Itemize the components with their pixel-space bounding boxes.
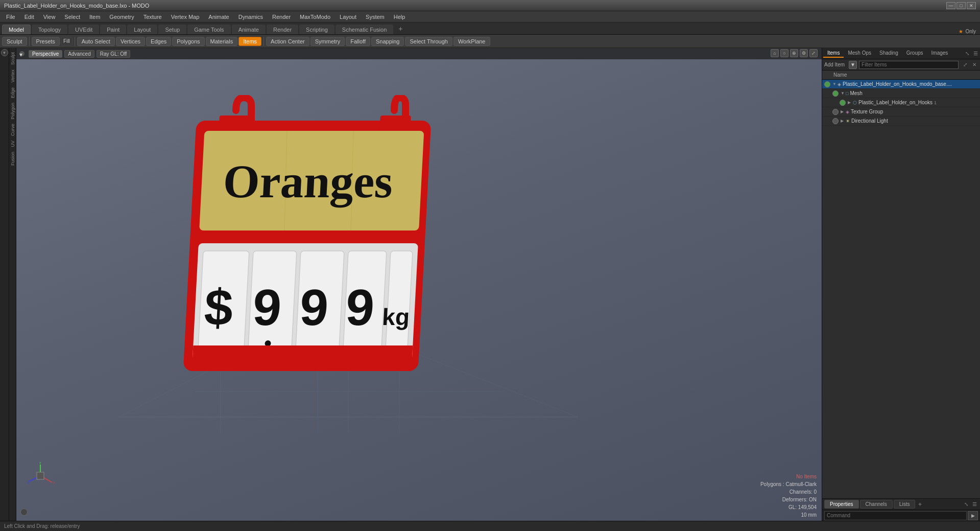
panel-options-btn[interactable]: ☰ <box>972 50 979 57</box>
bottom-panel-expand-btn[interactable]: ⤡ <box>963 501 970 508</box>
menu-item-system[interactable]: System <box>362 13 389 21</box>
vertices-button[interactable]: Vertices <box>116 37 145 46</box>
work-plane-button[interactable]: WorkPlane <box>453 37 490 46</box>
tab-paint[interactable]: Paint <box>100 25 126 34</box>
home-button[interactable]: ⌂ <box>771 49 779 57</box>
tab-schematic-fusion[interactable]: Schematic Fusion <box>336 25 393 34</box>
expand-icon-holder[interactable]: ▶ <box>848 100 853 105</box>
title-bar-controls[interactable]: — □ ✕ <box>946 2 976 9</box>
minimize-button[interactable]: — <box>946 2 955 9</box>
viewport-canvas[interactable]: Oranges $ 9 <box>16 59 822 521</box>
left-panel-vertex[interactable]: Vertex <box>9 67 16 85</box>
filter-items-input[interactable] <box>859 61 959 69</box>
left-panel-fusion[interactable]: Fusion <box>9 150 16 168</box>
tree-item-light[interactable]: ▶ ☀ Directional Light <box>822 117 980 126</box>
tab-mesh-ops[interactable]: Mesh Ops <box>844 49 875 58</box>
menu-item-animate[interactable]: Animate <box>204 13 233 21</box>
menu-item-item[interactable]: Item <box>85 13 104 21</box>
snapping-button[interactable]: Snapping <box>371 37 404 46</box>
visibility-toggle-root[interactable] <box>824 81 830 87</box>
panel-close-btn[interactable]: ✕ <box>971 61 978 68</box>
zoom-button[interactable]: ⊕ <box>790 49 798 57</box>
advanced-button[interactable]: Advanced <box>64 50 94 58</box>
viewport[interactable]: ▾ Perspective Advanced Ray GL: Off ⌂ ○ ⊕… <box>16 48 822 521</box>
maximize-viewport-button[interactable]: ⤢ <box>809 49 818 57</box>
tab-images[interactable]: Images <box>927 49 952 58</box>
left-panel-polygon[interactable]: Polygon <box>9 101 16 122</box>
menu-item-texture[interactable]: Texture <box>139 13 166 21</box>
expand-icon-mesh[interactable]: ▼ <box>841 91 846 96</box>
select-through-button[interactable]: Select Through <box>405 37 452 46</box>
perspective-button[interactable]: Perspective <box>29 50 62 58</box>
menu-item-select[interactable]: Select <box>60 13 84 21</box>
tree-item-holder[interactable]: ▶ ⬡ Plastic_Label_Holder_on_Hooks 1 <box>822 98 980 107</box>
command-input[interactable] <box>824 511 967 520</box>
close-button[interactable]: ✕ <box>967 2 976 9</box>
tab-render[interactable]: Render <box>267 25 298 34</box>
menu-item-vertex-map[interactable]: Vertex Map <box>167 13 204 21</box>
tab-layout[interactable]: Layout <box>127 25 157 34</box>
add-tab-button[interactable]: + <box>394 23 407 34</box>
panel-expand-btn[interactable]: ⤡ <box>964 50 971 57</box>
tab-model[interactable]: Model <box>2 25 31 34</box>
tab-uvedit[interactable]: UVEdit <box>68 25 99 34</box>
tab-game-tools[interactable]: Game Tools <box>187 25 231 34</box>
tab-lists[interactable]: Lists <box>894 500 916 509</box>
tree-item-root[interactable]: ▼ ◈ Plastic_Label_Holder_on_Hooks_modo_b… <box>822 80 980 89</box>
visibility-toggle-light[interactable] <box>832 118 839 124</box>
visibility-toggle-texture[interactable] <box>832 109 839 115</box>
add-bottom-tab-btn[interactable]: + <box>916 501 923 508</box>
maximize-button[interactable]: □ <box>957 2 966 9</box>
left-panel-edge[interactable]: Edge <box>9 85 16 100</box>
visibility-toggle-holder[interactable] <box>840 100 846 106</box>
items-button[interactable]: Items <box>238 37 261 46</box>
tab-items[interactable]: Items <box>823 49 844 58</box>
raygl-button[interactable]: Ray GL: Off <box>97 50 131 58</box>
viewport-mini-btn[interactable] <box>20 509 28 516</box>
settings-button[interactable]: ⚙ <box>800 49 808 57</box>
polygons-button[interactable]: Polygons <box>172 37 204 46</box>
fill-button[interactable]: Fill <box>61 37 73 45</box>
tab-groups[interactable]: Groups <box>902 49 927 58</box>
tab-scripting[interactable]: Scripting <box>299 25 334 34</box>
tree-item-texture[interactable]: ▶ ◈ Texture Group <box>822 107 980 117</box>
menu-item-maxtomodo[interactable]: MaxToModo <box>296 13 334 21</box>
menu-item-dynamics[interactable]: Dynamics <box>234 13 267 21</box>
tree-item-mesh[interactable]: ▼ □ Mesh <box>822 89 980 98</box>
expand-icon-texture[interactable]: ▶ <box>841 109 846 114</box>
menu-item-layout[interactable]: Layout <box>336 13 361 21</box>
tab-properties[interactable]: Properties <box>824 500 859 509</box>
tab-setup[interactable]: Setup <box>158 25 186 34</box>
only-button[interactable]: ★ Only <box>954 29 980 34</box>
command-submit-btn[interactable]: ▶ <box>968 511 978 520</box>
sculpt-button[interactable]: Sculpt <box>2 37 27 46</box>
falloff-button[interactable]: Falloff <box>346 37 370 46</box>
menu-item-help[interactable]: Help <box>390 13 410 21</box>
panel-resize-btn[interactable]: ⤢ <box>962 61 969 68</box>
left-panel-uv[interactable]: UV <box>9 138 16 149</box>
materials-button[interactable]: Materials <box>206 37 238 46</box>
tab-channels[interactable]: Channels <box>860 500 893 509</box>
auto-select-button[interactable]: Auto Select <box>77 37 115 46</box>
menu-item-render[interactable]: Render <box>268 13 295 21</box>
menu-item-geometry[interactable]: Geometry <box>105 13 138 21</box>
menu-item-view[interactable]: View <box>39 13 60 21</box>
visibility-toggle-mesh[interactable] <box>832 90 839 97</box>
symmetry-button[interactable]: Symmetry <box>310 37 345 46</box>
viewport-menu-btn[interactable]: ▾ <box>19 51 25 56</box>
bottom-panel-options-btn[interactable]: ☰ <box>971 501 978 508</box>
tab-animate[interactable]: Animate <box>232 25 266 34</box>
fit-button[interactable]: ○ <box>780 49 788 57</box>
left-panel-curve[interactable]: Curve <box>9 122 16 138</box>
menu-item-file[interactable]: File <box>2 13 19 21</box>
add-item-button[interactable]: ▼ <box>849 61 857 69</box>
edges-button[interactable]: Edges <box>146 37 171 46</box>
tab-topology[interactable]: Topology <box>32 25 67 34</box>
action-center-button[interactable]: Action Center <box>266 37 309 46</box>
expand-icon-light[interactable]: ▶ <box>841 119 846 123</box>
expand-icon-root[interactable]: ▼ <box>832 82 838 86</box>
left-panel-sculpt[interactable]: Sculpt <box>9 50 16 67</box>
presets-button[interactable]: Presets <box>32 37 60 46</box>
tab-shading[interactable]: Shading <box>875 49 902 58</box>
menu-item-edit[interactable]: Edit <box>20 13 38 21</box>
